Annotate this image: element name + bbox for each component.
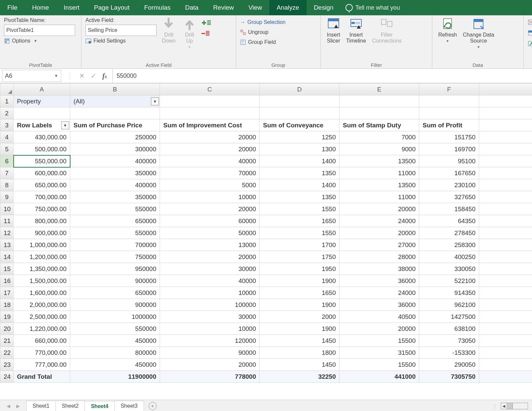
cell-E7[interactable]: 11000 <box>339 167 419 179</box>
nav-prev-icon[interactable]: ◀ <box>7 403 10 409</box>
cell-B10[interactable]: 550000 <box>70 203 160 215</box>
row-header-1[interactable]: 1 <box>0 95 14 107</box>
cell-E22[interactable]: 31500 <box>339 347 419 359</box>
cell-C4[interactable]: 20000 <box>160 131 260 143</box>
cell-F8[interactable]: 230100 <box>419 179 479 191</box>
cell-C9[interactable]: 10000 <box>160 191 260 203</box>
cell-E23[interactable]: 15500 <box>339 359 419 371</box>
cell-D12[interactable]: 1550 <box>260 227 339 239</box>
pivot-col-header[interactable]: Sum of Improvement Cost <box>160 119 260 131</box>
cell-A10[interactable]: 750,000.00 <box>14 203 70 215</box>
cell-F23[interactable]: 290050 <box>419 359 479 371</box>
tab-design[interactable]: Design <box>307 0 341 15</box>
tab-review[interactable]: Review <box>206 0 241 15</box>
row-header-7[interactable]: 7 <box>0 167 14 179</box>
cell-D14[interactable]: 1750 <box>260 251 339 263</box>
cell-D17[interactable]: 1650 <box>260 287 339 299</box>
cell-E18[interactable]: 36000 <box>339 299 419 311</box>
move-button[interactable]: Mo <box>528 40 532 47</box>
cell-D23[interactable]: 1450 <box>260 359 339 371</box>
cell-F13[interactable]: 258300 <box>419 239 479 251</box>
cell-B18[interactable]: 900000 <box>70 299 160 311</box>
cell-F22[interactable]: -153300 <box>419 347 479 359</box>
clear-button[interactable]: Cl <box>528 19 532 26</box>
insert-timeline-button[interactable]: Insert Timeline <box>344 17 368 44</box>
cell-C5[interactable]: 20000 <box>160 143 260 155</box>
cell-C19[interactable]: 30000 <box>160 311 260 323</box>
row-header-23[interactable]: 23 <box>0 359 14 371</box>
cell-C18[interactable]: 100000 <box>160 299 260 311</box>
tab-home[interactable]: Home <box>25 0 57 15</box>
tab-data[interactable]: Data <box>178 0 206 15</box>
cell-B14[interactable]: 750000 <box>70 251 160 263</box>
column-header-D[interactable]: D <box>260 83 339 95</box>
cell-E14[interactable]: 28000 <box>339 251 419 263</box>
cell-F15[interactable]: 330050 <box>419 263 479 275</box>
cell-B9[interactable]: 350000 <box>70 191 160 203</box>
cell-D5[interactable]: 1300 <box>260 143 339 155</box>
cell-E11[interactable]: 24000 <box>339 215 419 227</box>
active-field-input[interactable]: Selling Price <box>85 25 157 36</box>
cell-C12[interactable]: 50000 <box>160 227 260 239</box>
row-header-22[interactable]: 22 <box>0 347 14 359</box>
tab-view[interactable]: View <box>241 0 269 15</box>
cell-E12[interactable]: 20000 <box>339 227 419 239</box>
cell-F21[interactable]: 73050 <box>419 335 479 347</box>
cell-C11[interactable]: 60000 <box>160 215 260 227</box>
cell-C10[interactable]: 20000 <box>160 203 260 215</box>
cell-D16[interactable]: 1900 <box>260 275 339 287</box>
drill-up-button[interactable]: Drill Up ▼ <box>181 17 198 49</box>
tab-analyze[interactable]: Analyze <box>269 0 307 15</box>
cell-A20[interactable]: 1,220,000.00 <box>14 323 70 335</box>
cell-C15[interactable]: 30000 <box>160 263 260 275</box>
grand-total-e[interactable]: 441000 <box>339 371 419 383</box>
cell-A22[interactable]: 770,000.00 <box>14 347 70 359</box>
cell-E9[interactable]: 11000 <box>339 191 419 203</box>
cell-C21[interactable]: 120000 <box>160 335 260 347</box>
cell-B19[interactable]: 1000000 <box>70 311 160 323</box>
change-data-source-button[interactable]: Change Data Source ▼ <box>461 17 496 49</box>
cell-A7[interactable]: 600,000.00 <box>14 167 70 179</box>
fx-icon[interactable]: fx <box>102 72 107 80</box>
cell-A15[interactable]: 1,350,000.00 <box>14 263 70 275</box>
cell-B6[interactable]: 400000 <box>70 155 160 167</box>
cancel-formula-button[interactable]: ✕ <box>79 72 85 80</box>
cell-E20[interactable]: 20000 <box>339 323 419 335</box>
cell-B22[interactable]: 800000 <box>70 347 160 359</box>
cell-A8[interactable]: 650,000.00 <box>14 179 70 191</box>
cell[interactable] <box>160 107 260 119</box>
cell[interactable] <box>160 95 260 107</box>
row-header-13[interactable]: 13 <box>0 239 14 251</box>
cell-D20[interactable]: 1900 <box>260 323 339 335</box>
row-header-2[interactable]: 2 <box>0 107 14 119</box>
cell-C16[interactable]: 40000 <box>160 275 260 287</box>
row-header-8[interactable]: 8 <box>0 179 14 191</box>
cell[interactable] <box>339 107 419 119</box>
cell-F6[interactable]: 95100 <box>419 155 479 167</box>
cell-A13[interactable]: 1,000,000.00 <box>14 239 70 251</box>
cell-C8[interactable]: 5000 <box>160 179 260 191</box>
drill-down-button[interactable]: Drill Down <box>160 17 178 44</box>
row-header-24[interactable]: 24 <box>0 371 14 383</box>
row-header-17[interactable]: 17 <box>0 287 14 299</box>
column-header-B[interactable]: B <box>70 83 160 95</box>
chevron-down-icon[interactable]: ▼ <box>54 73 58 78</box>
cell-D18[interactable]: 1900 <box>260 299 339 311</box>
cell-F7[interactable]: 167650 <box>419 167 479 179</box>
expand-field-icon[interactable]: ✚≣ <box>201 19 211 27</box>
cell[interactable] <box>419 107 479 119</box>
cell-F16[interactable]: 522100 <box>419 275 479 287</box>
row-header-4[interactable]: 4 <box>0 131 14 143</box>
cell-B5[interactable]: 300000 <box>70 143 160 155</box>
sheet-tab-Sheet4[interactable]: Sheet4 <box>84 401 114 411</box>
cell-F4[interactable]: 151750 <box>419 131 479 143</box>
add-sheet-button[interactable]: ＋ <box>149 402 157 410</box>
cell-E17[interactable]: 24000 <box>339 287 419 299</box>
refresh-button[interactable]: Refresh ▼ <box>436 17 459 43</box>
cell-C17[interactable]: 10000 <box>160 287 260 299</box>
cell-E13[interactable]: 27000 <box>339 239 419 251</box>
pivot-col-header[interactable]: Sum of Purchase Price <box>70 119 160 131</box>
cell-C14[interactable]: 20000 <box>160 251 260 263</box>
pivot-col-header[interactable]: Sum of Profit <box>419 119 479 131</box>
cell-A9[interactable]: 700,000.00 <box>14 191 70 203</box>
